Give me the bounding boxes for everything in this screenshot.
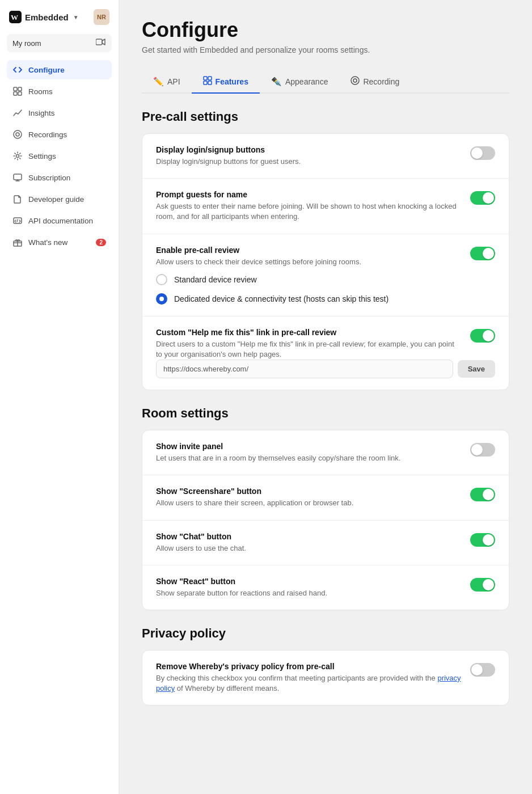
chat-toggle[interactable] bbox=[470, 533, 495, 547]
setting-prompt-guests: Prompt guests for name Ask guests to ent… bbox=[142, 179, 509, 234]
save-button[interactable]: Save bbox=[458, 360, 495, 378]
room-selector[interactable]: My room bbox=[7, 34, 112, 52]
setting-precall-review-toggle-wrap bbox=[470, 247, 495, 260]
tab-recording-label: Recording bbox=[363, 77, 399, 86]
sidebar-item-settings-label: Settings bbox=[28, 152, 56, 161]
setting-remove-privacy: Remove Whereby's privacy policy from pre… bbox=[142, 651, 509, 705]
setting-chat-toggle-wrap bbox=[470, 533, 495, 547]
sidebar-item-recordings[interactable]: Recordings bbox=[7, 125, 112, 144]
setting-react-label: Show "React" button bbox=[156, 577, 461, 586]
custom-help-toggle[interactable] bbox=[470, 329, 495, 343]
sidebar: W Embedded ▼ NR My room Configure bbox=[0, 0, 119, 794]
setting-chat: Show "Chat" button Allow users to use th… bbox=[142, 521, 509, 565]
dropdown-arrow-icon: ▼ bbox=[73, 14, 79, 20]
gift-icon bbox=[12, 237, 23, 247]
sidebar-item-rooms[interactable]: Rooms bbox=[7, 82, 112, 101]
grid-icon bbox=[12, 86, 23, 96]
custom-help-url-input[interactable] bbox=[156, 360, 453, 378]
precall-card: Display login/signup buttons Display log… bbox=[142, 133, 509, 390]
sidebar-item-configure[interactable]: Configure bbox=[7, 60, 112, 79]
tab-appearance[interactable]: ✒️ Appearance bbox=[260, 70, 340, 94]
sidebar-item-subscription[interactable]: Subscription bbox=[7, 168, 112, 187]
svg-rect-14 bbox=[208, 77, 212, 80]
display-login-toggle[interactable] bbox=[470, 146, 495, 160]
page-subtitle: Get started with Embedded and personaliz… bbox=[142, 45, 509, 54]
setting-custom-help-toggle-wrap bbox=[470, 329, 495, 343]
chart-icon bbox=[12, 108, 23, 118]
setting-prompt-guests-info: Prompt guests for name Ask guests to ent… bbox=[156, 190, 461, 222]
precall-review-toggle[interactable] bbox=[470, 247, 495, 260]
sidebar-item-developer-guide[interactable]: Developer guide bbox=[7, 189, 112, 209]
setting-remove-privacy-desc: By checking this checkbox you confirm th… bbox=[156, 673, 461, 694]
setting-chat-label: Show "Chat" button bbox=[156, 532, 461, 541]
sidebar-item-settings[interactable]: Settings bbox=[7, 146, 112, 166]
code-icon bbox=[12, 65, 23, 75]
svg-point-8 bbox=[16, 133, 19, 136]
svg-rect-4 bbox=[18, 87, 22, 91]
sidebar-item-api-docs-label: API documentation bbox=[28, 217, 93, 225]
room-card: Show invite panel Let users that are in … bbox=[142, 430, 509, 610]
react-toggle[interactable] bbox=[470, 578, 495, 592]
setting-screenshare-desc: Allow users to share their screen, appli… bbox=[156, 498, 461, 508]
setting-chat-info: Show "Chat" button Allow users to use th… bbox=[156, 532, 461, 554]
room-name: My room bbox=[12, 39, 41, 48]
svg-rect-16 bbox=[208, 81, 212, 85]
sidebar-item-subscription-label: Subscription bbox=[28, 174, 70, 182]
sidebar-item-insights[interactable]: Insights bbox=[7, 103, 112, 123]
svg-rect-3 bbox=[14, 87, 17, 91]
app-name: Embedded bbox=[25, 12, 69, 22]
video-icon bbox=[96, 38, 106, 48]
url-input-row: Save bbox=[142, 360, 509, 390]
sidebar-item-whats-new[interactable]: What's new 2 bbox=[7, 233, 112, 252]
setting-react-toggle-wrap bbox=[470, 578, 495, 592]
remove-privacy-toggle[interactable] bbox=[470, 663, 495, 677]
svg-rect-10 bbox=[14, 174, 22, 180]
avatar-badge: NR bbox=[94, 9, 109, 25]
setting-show-invite-desc: Let users that are in a room by themselv… bbox=[156, 453, 461, 463]
recording-tab-icon bbox=[351, 76, 360, 87]
prompt-guests-toggle[interactable] bbox=[470, 191, 495, 205]
svg-rect-15 bbox=[204, 81, 207, 85]
tab-features-label: Features bbox=[216, 77, 248, 86]
setting-precall-review: Enable pre-call review Allow users to ch… bbox=[142, 234, 509, 267]
setting-screenshare-label: Show "Screenshare" button bbox=[156, 487, 461, 496]
setting-custom-help-info: Custom "Help me fix this" link in pre-ca… bbox=[156, 328, 461, 360]
svg-rect-2 bbox=[96, 39, 102, 45]
svg-point-18 bbox=[353, 79, 357, 82]
sidebar-item-whats-new-label: What's new bbox=[28, 238, 67, 247]
tab-features[interactable]: Features bbox=[192, 70, 260, 94]
logo-area[interactable]: W Embedded ▼ bbox=[9, 11, 79, 23]
sidebar-item-api-documentation[interactable]: API documentation bbox=[7, 211, 112, 230]
setting-show-invite-info: Show invite panel Let users that are in … bbox=[156, 442, 461, 463]
svg-rect-6 bbox=[18, 92, 22, 95]
setting-screenshare-info: Show "Screenshare" button Allow users to… bbox=[156, 487, 461, 508]
setting-custom-help-desc: Direct users to a custom "Help me fix th… bbox=[156, 339, 461, 360]
page-title: Configure bbox=[142, 18, 509, 42]
setting-prompt-guests-toggle-wrap bbox=[470, 191, 495, 205]
setting-remove-privacy-info: Remove Whereby's privacy policy from pre… bbox=[156, 662, 461, 694]
setting-show-invite: Show invite panel Let users that are in … bbox=[142, 430, 509, 475]
sidebar-header: W Embedded ▼ NR bbox=[7, 9, 112, 25]
api-icon bbox=[12, 216, 23, 226]
screenshare-toggle[interactable] bbox=[470, 488, 495, 501]
gear-icon bbox=[12, 151, 23, 161]
api-tab-icon: ✏️ bbox=[153, 77, 164, 87]
whats-new-badge: 2 bbox=[96, 239, 106, 246]
features-tab-icon bbox=[203, 76, 212, 87]
svg-rect-13 bbox=[204, 77, 207, 80]
show-invite-toggle[interactable] bbox=[470, 443, 495, 457]
precall-review-radio-group: Standard device review Dedicated device … bbox=[142, 267, 509, 316]
setting-screenshare: Show "Screenshare" button Allow users to… bbox=[142, 475, 509, 520]
setting-show-invite-label: Show invite panel bbox=[156, 442, 461, 451]
setting-precall-review-info: Enable pre-call review Allow users to ch… bbox=[156, 246, 461, 267]
setting-precall-review-desc: Allow users to check their device settin… bbox=[156, 257, 461, 267]
setting-remove-privacy-toggle-wrap bbox=[470, 663, 495, 677]
setting-display-login: Display login/signup buttons Display log… bbox=[142, 134, 509, 179]
setting-precall-review-label: Enable pre-call review bbox=[156, 246, 461, 255]
radio-dedicated[interactable]: Dedicated device & connectivity test (ho… bbox=[156, 293, 495, 305]
radio-standard[interactable]: Standard device review bbox=[156, 274, 495, 285]
tab-api[interactable]: ✏️ API bbox=[142, 70, 192, 94]
appearance-tab-icon: ✒️ bbox=[271, 77, 282, 87]
tab-recording[interactable]: Recording bbox=[339, 70, 411, 94]
privacy-policy-link[interactable]: privacy policy bbox=[156, 674, 461, 692]
